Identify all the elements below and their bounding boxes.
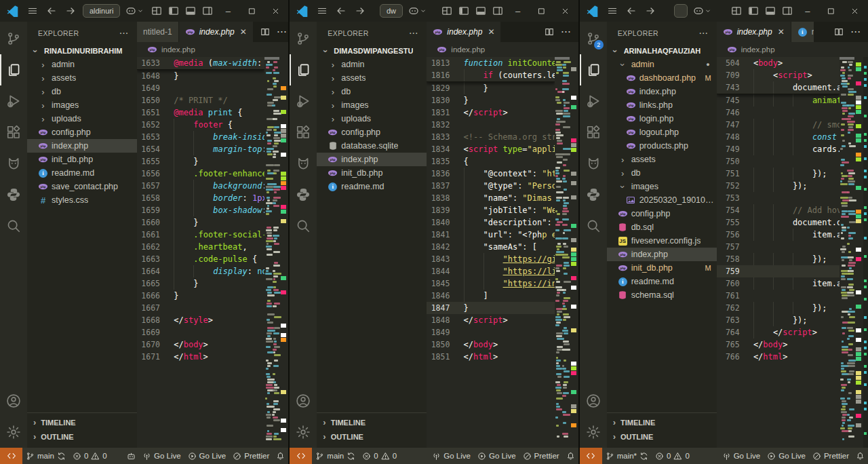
code-line[interactable]: 1670 </body> <box>137 339 264 351</box>
code-line[interactable]: 1661 .footer-social-links, <box>137 229 264 241</box>
menu-icon[interactable] <box>607 5 618 16</box>
code-line[interactable]: 1665 } <box>137 277 264 290</box>
tree-item[interactable]: #styles.css <box>27 193 137 207</box>
activity-settings[interactable] <box>290 417 317 448</box>
code-line[interactable]: 1669 <box>137 326 264 339</box>
minimap-slider[interactable] <box>264 57 279 60</box>
close-button[interactable] <box>267 7 284 16</box>
code-line[interactable]: 1831 </script> <box>427 107 554 119</box>
tree-item[interactable]: ›admin <box>27 58 137 71</box>
arrow-right-icon[interactable] <box>355 5 366 16</box>
breadcrumb[interactable]: phpindex.php <box>427 42 578 57</box>
activity-search[interactable] <box>290 210 317 241</box>
activity-source-control[interactable]: 2 <box>580 23 607 54</box>
minimize-button[interactable]: – <box>219 6 237 16</box>
panel-left-icon[interactable] <box>458 5 469 16</box>
minimap-slider[interactable] <box>840 57 854 60</box>
code-line[interactable]: 1839 "jobTitle": "Web Developer", <box>427 204 554 216</box>
problems-item[interactable]: 00 <box>652 448 693 464</box>
tree-item[interactable]: phpsave_contact.php <box>27 180 137 193</box>
tree-item[interactable]: ›uploads <box>27 112 137 125</box>
activity-python[interactable] <box>290 179 317 210</box>
panel-right-icon[interactable] <box>202 5 213 16</box>
tree-item[interactable]: phpindex.php <box>607 85 717 98</box>
code-line[interactable]: 1650 /* PRINT */ <box>137 94 264 107</box>
tree-item[interactable]: ›admin● <box>607 58 717 71</box>
code-line[interactable]: 752 }); <box>717 180 840 192</box>
code-line[interactable]: 1664 display: none; <box>137 265 264 277</box>
tree-item[interactable]: phpconfig.php <box>317 125 427 139</box>
code-line[interactable]: 1837 "@type": "Person", <box>427 180 554 192</box>
tree-item[interactable]: phpdashboard.phpM <box>607 71 717 85</box>
more-actions-icon[interactable]: ··· <box>851 27 861 37</box>
more-actions-icon[interactable]: ··· <box>561 27 572 37</box>
code-line[interactable]: 1834 <script type="application/ld+json"> <box>427 143 554 155</box>
activity-extensions[interactable] <box>580 117 607 148</box>
code-line[interactable]: 747 // smooth scrolling <box>717 119 840 131</box>
code-line[interactable]: 1660 } <box>137 216 264 229</box>
breadcrumb[interactable]: phpindex.php <box>717 42 868 57</box>
tab-ntitled-1[interactable]: ntitled-1 <box>137 22 179 42</box>
activity-run-debug[interactable] <box>0 85 27 117</box>
panel-outline[interactable]: ›OUTLINE <box>27 429 137 444</box>
panel-outline[interactable]: ›OUTLINE <box>317 429 427 444</box>
code-line[interactable]: 1836 "@context": "https://schema.org", <box>427 168 554 180</box>
code-line[interactable]: 709 <script> <box>717 69 840 81</box>
code-line[interactable]: 1663 .code-pulse { <box>137 253 264 265</box>
tab-close-icon[interactable]: ✕ <box>778 27 785 37</box>
remote-indicator[interactable] <box>0 448 22 464</box>
code-line[interactable]: 748 const cards = document.querySelector… <box>717 131 840 143</box>
panel-left-icon[interactable] <box>748 5 759 16</box>
code-line[interactable]: 756 item.addEventListener('mouseenter') <box>717 229 840 241</box>
code-line[interactable]: 1845 "https://instagram.com/dimas" <box>427 277 554 290</box>
code-line[interactable]: 755 document.querySelectorAll('.item') <box>717 216 840 229</box>
workspace-root[interactable]: ›ARINALHAQFAUZIAH <box>607 44 717 58</box>
code-line[interactable]: 1648 } <box>137 70 264 82</box>
activity-run-debug[interactable] <box>290 85 317 117</box>
problems-item[interactable]: 00 <box>69 448 111 464</box>
panel-right-icon[interactable] <box>782 5 793 16</box>
code-line[interactable]: 1652 footer { <box>137 119 264 131</box>
tree-item[interactable]: ›admin <box>317 58 427 71</box>
tree-item[interactable]: ›db <box>27 85 137 98</box>
code-line[interactable]: 751 }); <box>717 168 840 180</box>
go-live-2-item[interactable]: Go Live <box>764 448 809 464</box>
tree-item[interactable]: phplogout.php <box>607 125 717 139</box>
panel-left-icon[interactable] <box>168 5 179 16</box>
tree-item[interactable]: ›db <box>317 85 427 98</box>
code-line[interactable]: 1666 } <box>137 290 264 302</box>
code-line[interactable]: 754 // Add hover effects <box>717 204 840 216</box>
remote-indicator[interactable] <box>290 448 312 464</box>
tree-item[interactable]: phpconfig.php <box>607 207 717 220</box>
code-line[interactable]: 1668 </style> <box>137 314 264 326</box>
code-line[interactable]: 504 <body> <box>717 57 840 69</box>
go-live-item[interactable]: Go Live <box>719 448 764 464</box>
code-line[interactable]: 760 item.addEventListener('mouseleave') <box>717 277 840 290</box>
workspace-root[interactable]: ›RINALDINURIBRAHIM <box>27 44 137 58</box>
more-actions-icon[interactable]: ··· <box>277 27 288 37</box>
tree-item[interactable]: phpindex.php <box>317 153 427 166</box>
activity-pets[interactable] <box>580 148 607 179</box>
tree-item[interactable]: ›assets <box>317 71 427 85</box>
minimap[interactable] <box>264 57 279 448</box>
go-live-2-item[interactable]: Go Live <box>474 448 519 464</box>
activity-extensions[interactable] <box>0 117 27 148</box>
code-line[interactable]: 1833 <!-- Schema.org structured data --> <box>427 131 554 143</box>
activity-source-control[interactable] <box>290 23 317 54</box>
activity-python[interactable] <box>580 179 607 210</box>
tree-item[interactable]: phplinks.php <box>607 98 717 112</box>
code-line[interactable]: 1662 .heartbeat, <box>137 241 264 253</box>
code-line[interactable]: 1844 "https://linkedin.com/in/dimas", <box>427 265 554 277</box>
activity-settings[interactable] <box>580 417 607 448</box>
copilot-icon[interactable] <box>693 5 712 16</box>
branch-item[interactable]: main <box>312 448 359 464</box>
tree-item[interactable]: phplogin.php <box>607 112 717 125</box>
tab-index-php[interactable]: phpindex.php✕ <box>179 22 254 42</box>
code-line[interactable]: 765 </body> <box>717 339 840 351</box>
code-line[interactable]: 745 animateCounter(el); <box>717 94 840 107</box>
code-editor[interactable]: 504 <body>709 <script>743 document.addEv… <box>717 57 840 448</box>
code-line[interactable]: 1816 if (counters.length > 0) { <box>427 69 554 81</box>
code-line[interactable]: 1671 </html> <box>137 351 264 363</box>
code-line[interactable]: 1813 function initCounters() { <box>427 57 554 69</box>
tree-item[interactable]: ireadme.md <box>317 180 427 193</box>
